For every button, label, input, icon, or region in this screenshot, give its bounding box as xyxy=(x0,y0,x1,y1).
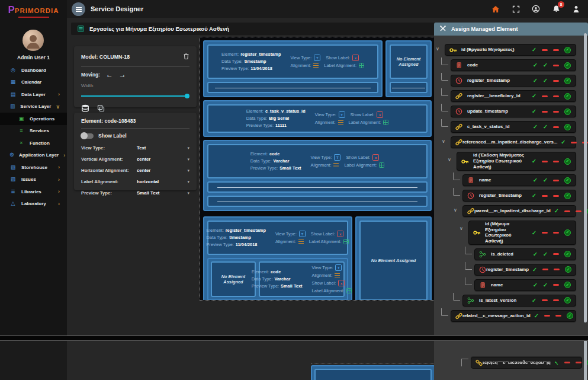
home-icon[interactable] xyxy=(491,4,500,14)
menu-button[interactable] xyxy=(72,2,85,16)
tree-item[interactable]: id (Έκδοση Μηνύματος Εξιτηρίου Εσωτερικο… xyxy=(457,152,576,171)
sidebar-item-label: Operations xyxy=(30,116,55,122)
show-label-toggle[interactable] xyxy=(81,133,94,139)
canvas-empty-block[interactable]: No Element Assigned xyxy=(390,44,428,79)
tree-item[interactable]: register_timestamp✓✓ xyxy=(462,190,576,202)
user-avatar[interactable] xyxy=(23,30,44,51)
element-value: code xyxy=(271,269,281,275)
slider-thumb[interactable] xyxy=(185,94,189,98)
chevron-down-icon: ▾ xyxy=(187,180,189,184)
chevron-down-icon[interactable]: ∨ xyxy=(442,139,445,144)
task-list-icon xyxy=(78,24,84,34)
sidebar-item-calendar[interactable]: ▦Calendar xyxy=(0,76,67,89)
chevron-down-icon[interactable]: ∨ xyxy=(460,226,463,231)
width-slider[interactable] xyxy=(81,94,189,98)
tree-item[interactable]: related__c_message_action_id✓✓ xyxy=(451,310,576,322)
panel-scrollbar[interactable] xyxy=(584,33,587,322)
chevron-down-icon[interactable]: ∨ xyxy=(454,207,457,213)
sidebar-item-operations[interactable]: ▣Operations xyxy=(0,113,67,125)
view-type-select[interactable]: View Type:Text▾ xyxy=(81,142,189,154)
sidebar-item-services[interactable]: ≡Services xyxy=(0,125,67,138)
view-type-label: View Type: xyxy=(290,55,311,61)
tree-item[interactable]: update_timestamp✓✓ xyxy=(451,106,576,117)
label-alignment-label: Label Alignment: xyxy=(312,288,345,294)
sidebar-item-function[interactable]: ×Function xyxy=(0,137,67,149)
chevron-down-icon[interactable]: ∨ xyxy=(436,46,439,52)
sidebar-item-laboratory[interactable]: △Laboratory› xyxy=(0,198,67,210)
label-alignment-icon xyxy=(379,162,384,168)
tree-item[interactable]: id (Εργασία Μηνύματος)✓✓ xyxy=(445,44,576,56)
delete-icon[interactable] xyxy=(183,52,189,62)
sidebar-item-service-layer[interactable]: ▥Service Layer∨ xyxy=(0,101,67,113)
tree-item[interactable]: referenced__m_inpatient_discharge_vers..… xyxy=(451,136,576,148)
sidebar-item-issues[interactable]: ▨Issues› xyxy=(0,174,67,186)
tree-item[interactable]: code✓✓✓ xyxy=(451,59,576,71)
tree-item[interactable]: name✓✓✓ xyxy=(462,174,576,186)
notifications-bell-icon[interactable]: 8 xyxy=(551,4,561,14)
tree-item[interactable]: parent__m_inpatient_discharge_id✓✓ xyxy=(462,205,576,217)
status-icons: ✓✓✓ xyxy=(533,78,571,84)
tree-item[interactable]: register_timestamp✓✓✓ xyxy=(451,75,576,87)
profile-icon[interactable] xyxy=(571,4,581,14)
show-label-toggle-label: Show Label xyxy=(98,133,127,139)
reflection-canvas-block xyxy=(314,369,432,380)
canvas-column[interactable]: Element:c_task_v_status_id Data Type:Big… xyxy=(203,100,432,137)
label-alignment-label: Label Alignment: xyxy=(349,120,381,126)
canvas-element-block[interactable]: Element:code Data Type:Varchar Preview T… xyxy=(207,144,428,178)
show-label-icon: x xyxy=(337,231,343,237)
status-check-icon: ✓ xyxy=(554,208,559,214)
status-dash-icon xyxy=(553,65,559,66)
canvas-element-block[interactable]: Element:c_task_v_status_id Data Type:Big… xyxy=(207,104,428,133)
canvas-element-block[interactable]: Element:code Data Type:Varchar Preview T… xyxy=(259,261,345,297)
canvas-element-block[interactable]: Element:register_timestamp Data Type:tim… xyxy=(207,44,378,79)
canvas-empty-block[interactable]: No Element Assigned xyxy=(359,221,428,301)
status-check-icon: ✓ xyxy=(534,313,539,319)
tree-item[interactable]: register__beneficiary_id✓✓ xyxy=(451,90,576,102)
label-alignment-select[interactable]: Label Alignment:horizontal▾ xyxy=(81,176,189,187)
canvas-empty-row[interactable] xyxy=(207,181,428,193)
field-label: View Type: xyxy=(81,145,137,151)
move-left-button[interactable]: ← xyxy=(106,71,113,78)
move-right-button[interactable]: → xyxy=(119,71,126,78)
sidebar-item-libraries[interactable]: ≣Libraries› xyxy=(0,186,67,198)
chevron-down-icon[interactable]: ∨ xyxy=(448,157,451,162)
services-icon: ≡ xyxy=(18,128,25,133)
canvas-column[interactable]: Element:register_timestamp Data Type:tim… xyxy=(203,216,352,301)
chevron-down-icon: ▾ xyxy=(187,168,189,173)
key-icon xyxy=(473,229,485,237)
horizontal-alignment-select[interactable]: Horizontal Alignment:center▾ xyxy=(81,165,189,176)
logo-text: PRIMORDIA xyxy=(15,7,59,14)
storehouse-icon: ▧ xyxy=(9,165,17,170)
alignment-label: Alignment: xyxy=(275,239,296,245)
user-circle-icon[interactable] xyxy=(531,4,541,14)
view-type-label: View Type: xyxy=(312,265,333,271)
tree-item[interactable]: is_latest_version✓✓ xyxy=(462,295,576,306)
canvas-empty-row[interactable] xyxy=(390,82,428,93)
canvas-empty-row[interactable] xyxy=(207,196,428,207)
tree-connector xyxy=(465,247,472,254)
canvas-element-block[interactable]: Element:register_timestamp Data Type:tim… xyxy=(207,221,348,255)
tree-item[interactable]: id (Μήνυμα Εξιτηρίου Εσωτερικού Ασθενή)✓… xyxy=(468,221,576,245)
canvas-column[interactable]: Element:code Data Type:Varchar Preview T… xyxy=(203,140,432,211)
canvas-column[interactable]: No Element Assigned xyxy=(355,216,432,301)
canvas-column[interactable]: No Element Assigned xyxy=(385,40,432,97)
link-icon xyxy=(455,139,462,146)
canvas-empty-block[interactable]: No Element Assigned xyxy=(211,261,256,297)
status-check-icon: ✓ xyxy=(532,193,536,199)
tree-item[interactable]: c_task_v_status_id✓✓✓ xyxy=(451,121,576,133)
sidebar-item-data-layer[interactable]: ▤Data Layer› xyxy=(0,88,67,101)
sidebar-item-dashboard[interactable]: ◎Dashboard xyxy=(0,64,67,76)
status-check-icon: ✓ xyxy=(532,230,536,236)
sidebar-item-application-layer[interactable]: ⚙Application Layer› xyxy=(0,149,67,162)
preview-type-select[interactable]: Preview Type:Small Text▾ xyxy=(81,187,189,199)
vertical-alignment-select[interactable]: Vertical Alignment:center▾ xyxy=(81,154,189,165)
fullscreen-icon[interactable] xyxy=(511,4,520,14)
tree-item[interactable]: name✓✓✓ xyxy=(474,279,576,291)
sidebar-item-storehouse[interactable]: ▧Storehouse› xyxy=(0,161,67,174)
tree-item[interactable]: is_deleted✓✓✓ xyxy=(474,248,576,260)
assign-panel-title: Assign Managed Element xyxy=(451,26,518,32)
screenshot-stage: Service Designer 8 PPRIMORDIA Admin xyxy=(0,0,588,380)
tree-item[interactable]: register_timestamp✓✓ xyxy=(474,264,576,276)
canvas-empty-row[interactable] xyxy=(207,82,378,93)
canvas-column[interactable]: Element:register_timestamp Data Type:tim… xyxy=(203,40,383,97)
